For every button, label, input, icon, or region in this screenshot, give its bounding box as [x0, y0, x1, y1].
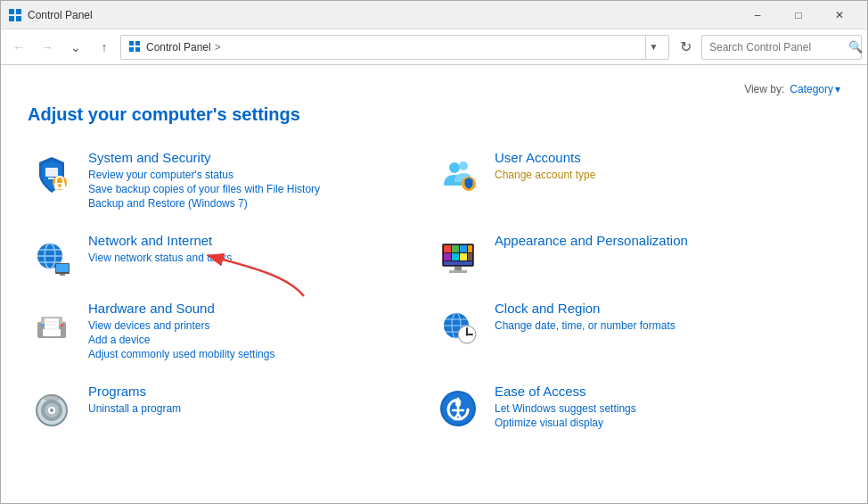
svg-rect-33	[468, 253, 472, 260]
system-security-icon	[30, 153, 73, 196]
hardware-sound-title[interactable]: Hardware and Sound	[88, 301, 274, 316]
svg-rect-34	[444, 261, 472, 265]
category-clock-region: Clock and Region Change date, time, or n…	[434, 293, 840, 376]
system-security-title[interactable]: System and Security	[88, 150, 320, 165]
svg-rect-30	[444, 253, 451, 260]
network-internet-link-1[interactable]: View network status and tasks	[88, 252, 232, 264]
svg-rect-6	[129, 47, 134, 52]
svg-rect-40	[41, 324, 45, 326]
address-dropdown-btn[interactable]: ▼	[645, 35, 661, 60]
close-button[interactable]: ✕	[819, 1, 860, 29]
ease-of-access-text: Ease of Access Let Windows suggest setti…	[495, 384, 636, 431]
svg-rect-4	[129, 41, 134, 45]
view-by-label: View by:	[744, 83, 784, 95]
programs-icon	[30, 387, 73, 430]
forward-button[interactable]: →	[35, 35, 60, 60]
category-network-internet: Network and Internet View network status…	[28, 226, 434, 293]
user-accounts-title[interactable]: User Accounts	[495, 150, 595, 165]
ease-of-access-link-1[interactable]: Let Windows suggest settings	[495, 402, 636, 415]
view-by-category: Category	[790, 83, 833, 95]
system-security-link-2[interactable]: Save backup copies of your files with Fi…	[88, 183, 320, 195]
categories-grid: System and Security Review your computer…	[28, 143, 840, 445]
title-bar-icon	[8, 8, 22, 22]
address-path-text: Control Panel	[146, 41, 211, 54]
svg-rect-2	[9, 16, 14, 21]
hardware-sound-icon	[30, 304, 73, 347]
view-by-value[interactable]: Category ▾	[790, 83, 840, 95]
user-accounts-link-1[interactable]: Change account type	[495, 169, 595, 181]
svg-rect-43	[45, 318, 59, 329]
user-accounts-icon	[437, 153, 479, 196]
search-input[interactable]	[709, 41, 843, 54]
svg-rect-3	[16, 16, 21, 21]
appearance-icon	[437, 236, 479, 279]
svg-rect-31	[452, 253, 459, 260]
clock-region-title[interactable]: Clock and Region	[495, 301, 676, 316]
clock-region-link-1[interactable]: Change date, time, or number formats	[495, 319, 676, 332]
title-bar: Control Panel – □ ✕	[1, 1, 867, 29]
system-security-text: System and Security Review your computer…	[88, 150, 320, 211]
ease-of-access-link-2[interactable]: Optimize visual display	[495, 417, 636, 429]
svg-point-63	[43, 394, 61, 401]
network-internet-text: Network and Internet View network status…	[88, 233, 232, 266]
view-by-control: View by: Category ▾	[28, 83, 840, 95]
hardware-sound-icon-wrap	[28, 301, 76, 347]
system-security-link-1[interactable]: Review your computer's status	[88, 169, 320, 181]
maximize-button[interactable]: □	[778, 1, 819, 29]
svg-point-62	[50, 409, 53, 412]
ease-of-access-icon	[437, 387, 479, 430]
svg-rect-1	[16, 9, 21, 14]
network-internet-title[interactable]: Network and Internet	[88, 233, 232, 248]
svg-rect-23	[60, 274, 65, 276]
user-accounts-icon-wrap	[434, 150, 482, 196]
category-hardware-sound: Hardware and Sound View devices and prin…	[28, 293, 434, 376]
svg-rect-36	[449, 270, 467, 273]
address-field[interactable]: Control Panel > ▼	[120, 35, 669, 60]
programs-title[interactable]: Programs	[88, 384, 181, 399]
hardware-sound-link-1[interactable]: View devices and printers	[88, 319, 274, 332]
svg-rect-32	[460, 253, 467, 260]
view-by-dropdown-icon: ▾	[835, 83, 840, 95]
address-bar: ← → ⌄ ↑ Control Panel > ▼ ↻ 🔍	[1, 29, 867, 65]
svg-rect-27	[452, 245, 459, 252]
svg-rect-5	[135, 41, 140, 45]
appearance-icon-wrap	[434, 233, 482, 279]
svg-rect-26	[444, 245, 451, 252]
svg-rect-41	[61, 324, 63, 326]
address-separator: >	[215, 41, 221, 54]
ease-of-access-icon-wrap	[434, 384, 482, 430]
hardware-sound-link-3[interactable]: Adjust commonly used mobility settings	[88, 348, 274, 360]
clock-region-icon	[437, 304, 479, 347]
control-panel-icon	[128, 40, 143, 54]
svg-rect-7	[135, 47, 140, 52]
svg-rect-0	[9, 9, 14, 14]
search-bar[interactable]: 🔍	[701, 35, 862, 60]
search-icon: 🔍	[848, 40, 863, 54]
user-accounts-text: User Accounts Change account type	[495, 150, 595, 183]
window-controls: – □ ✕	[737, 1, 860, 29]
minimize-button[interactable]: –	[737, 1, 778, 29]
svg-rect-39	[43, 329, 61, 336]
hardware-sound-text: Hardware and Sound View devices and prin…	[88, 301, 274, 362]
main-content: View by: Category ▾ Adjust your computer…	[1, 65, 867, 503]
up-button[interactable]: ↑	[92, 35, 117, 60]
svg-rect-8	[45, 168, 58, 177]
refresh-button[interactable]: ↻	[673, 35, 698, 60]
svg-rect-35	[454, 267, 462, 270]
ease-of-access-title[interactable]: Ease of Access	[495, 384, 636, 399]
svg-point-14	[459, 161, 468, 170]
title-bar-title: Control Panel	[28, 9, 737, 21]
appearance-title[interactable]: Appearance and Personalization	[495, 233, 688, 248]
clock-region-icon-wrap	[434, 301, 482, 347]
system-security-link-3[interactable]: Backup and Restore (Windows 7)	[88, 197, 320, 210]
system-security-icon-wrap	[28, 150, 76, 196]
svg-point-12	[58, 184, 61, 187]
programs-link-1[interactable]: Uninstall a program	[88, 402, 181, 415]
programs-icon-wrap	[28, 384, 76, 430]
hardware-sound-link-2[interactable]: Add a device	[88, 334, 274, 346]
network-internet-icon-wrap	[28, 233, 76, 279]
dropdown-button[interactable]: ⌄	[63, 35, 88, 60]
back-button[interactable]: ←	[6, 35, 31, 60]
clock-region-text: Clock and Region Change date, time, or n…	[495, 301, 676, 334]
programs-text: Programs Uninstall a program	[88, 384, 181, 417]
